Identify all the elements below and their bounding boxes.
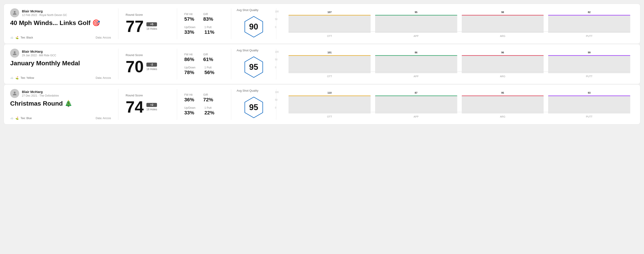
chart-section: 100 50 0 110 OTT 87 APP	[276, 89, 634, 120]
gir-label: GIR	[203, 53, 213, 56]
oneputt-label: 1 Putt	[204, 26, 214, 29]
quality-section: Avg Shot Quality 90	[231, 8, 276, 39]
y-label-100: 100	[275, 91, 279, 94]
stats-row-top: FW Hit 36% GIR 72%	[184, 93, 224, 103]
holes-text: 18 Holes	[146, 27, 157, 30]
hexagon-container: 90	[236, 14, 271, 39]
score-row: 70 -2 18 Holes	[126, 59, 170, 75]
user-info: Blair McHarg 27 Dec 2021 · The Oxfordshi…	[10, 89, 111, 98]
bar-group-putt: 99 PUTT	[548, 51, 630, 78]
gir-stat: GIR 83%	[203, 13, 213, 22]
bar-wrapper	[462, 96, 544, 114]
footer-info: ☁️ ⛳ Tee: Blue Data: Arccos	[10, 117, 111, 120]
round-title: Christmas Round 🎄	[10, 100, 111, 107]
round-score-label: Round Score	[126, 94, 170, 97]
updown-value: 33%	[184, 29, 195, 35]
tee-icon: ⛳	[15, 76, 19, 80]
bar-value: 101	[328, 51, 332, 54]
bar-label: ARG	[500, 115, 505, 118]
y-label-0: 0	[275, 107, 279, 109]
round-card: Blair McHarg 12 Feb 2022 · Royal North D…	[4, 3, 640, 44]
user-info: Blair McHarg 29 Jan 2022 · Mill Ride GCC	[10, 49, 111, 58]
round-score-label: Round Score	[126, 13, 170, 16]
oneputt-value: 56%	[204, 70, 214, 75]
bar-accent	[548, 96, 630, 96]
score-number: 77	[126, 18, 144, 34]
score-badge-holes: -2 18 Holes	[146, 63, 157, 71]
quality-score: 90	[249, 22, 258, 31]
data-source: Data: Arccos	[96, 76, 111, 80]
stats-row-top: FW Hit 86% GIR 61%	[184, 53, 224, 62]
tee-info: ☁️ ⛳ Tee: Yellow	[10, 76, 34, 80]
bar-label: APP	[414, 35, 419, 37]
score-badge: -2	[146, 63, 157, 67]
y-label-0: 0	[275, 66, 279, 69]
user-details: Blair McHarg 27 Dec 2021 · The Oxfordshi…	[22, 90, 59, 97]
left-section: Blair McHarg 12 Feb 2022 · Royal North D…	[10, 8, 118, 39]
round-card: Blair McHarg 29 Jan 2022 · Mill Ride GCC…	[4, 44, 640, 84]
bar-fill	[375, 101, 457, 114]
stats-row-bottom: Up/Down 33% 1 Putt 11%	[184, 26, 224, 35]
bar-value: 82	[588, 11, 590, 13]
cloud-icon: ☁️	[10, 117, 14, 120]
bar-accent	[462, 55, 544, 56]
updown-label: Up/Down	[184, 26, 195, 29]
bar-wrapper	[288, 96, 370, 114]
holes-text: 18 Holes	[146, 108, 157, 111]
bar-group-app: 86 APP	[375, 51, 457, 78]
bar-accent	[375, 55, 457, 56]
hexagon: 95	[242, 55, 265, 80]
left-section: Blair McHarg 29 Jan 2022 · Mill Ride GCC…	[10, 49, 118, 80]
bar-accent	[288, 96, 370, 96]
round-card: Blair McHarg 27 Dec 2021 · The Oxfordshi…	[4, 84, 640, 125]
updown-label: Up/Down	[184, 66, 195, 69]
bar-label: APP	[414, 75, 419, 78]
cloud-icon: ☁️	[10, 76, 14, 80]
bar-label: PUTT	[586, 115, 592, 118]
svg-point-0	[14, 11, 16, 13]
bar-group-putt: 93 PUTT	[548, 91, 630, 118]
user-name: Blair McHarg	[22, 9, 67, 13]
updown-stat: Up/Down 33%	[184, 26, 195, 35]
bar-group-putt: 82 PUTT	[548, 11, 630, 37]
gir-stat: GIR 72%	[203, 93, 213, 103]
bar-label: APP	[414, 115, 419, 118]
score-row: 77 +5 18 Holes	[126, 18, 170, 34]
bar-wrapper	[288, 15, 370, 33]
hexagon: 95	[242, 95, 265, 120]
bar-wrapper	[375, 55, 457, 73]
fw-hit-value: 57%	[184, 16, 194, 22]
gir-value: 72%	[203, 97, 213, 103]
score-badge: +5	[146, 22, 157, 26]
bar-fill	[462, 99, 544, 113]
y-label-50: 50	[275, 99, 279, 101]
stats-section: FW Hit 57% GIR 83% Up/Down 33% 1 Putt	[177, 8, 231, 39]
round-score-label: Round Score	[126, 53, 170, 57]
bar-label: PUTT	[586, 75, 592, 78]
quality-label: Avg Shot Quality	[236, 89, 258, 92]
bar-fill	[462, 18, 544, 33]
bar-accent	[462, 15, 544, 15]
oneputt-stat: 1 Putt 56%	[204, 66, 214, 75]
bar-chart: 110 OTT 87 APP 95 ARG 93	[288, 91, 630, 118]
updown-value: 33%	[184, 110, 195, 116]
tee-icon: ⛳	[15, 36, 19, 39]
updown-value: 78%	[184, 70, 195, 75]
bar-group-arg: 98 ARG	[462, 11, 544, 37]
quality-label: Avg Shot Quality	[236, 49, 258, 52]
bar-label: ARG	[500, 75, 505, 78]
hexagon-container: 95	[236, 55, 271, 80]
bar-fill	[288, 58, 370, 73]
score-badge-holes: +5 18 Holes	[146, 22, 157, 30]
score-number: 74	[126, 99, 144, 115]
user-info: Blair McHarg 12 Feb 2022 · Royal North D…	[10, 8, 111, 17]
stats-section: FW Hit 36% GIR 72% Up/Down 33% 1 Putt	[177, 89, 231, 120]
round-title: 40 Mph Winds... Links Golf 🎯	[10, 20, 111, 26]
chart-outer: 100 50 0 107 OTT 95 APP	[282, 10, 630, 37]
chart-y-labels: 100 50 0	[275, 91, 279, 109]
avatar	[10, 8, 19, 17]
score-section: Round Score 74 +2 18 Holes	[118, 89, 177, 120]
gir-label: GIR	[203, 93, 213, 96]
y-label-50: 50	[275, 58, 279, 61]
bar-value: 86	[415, 51, 418, 54]
